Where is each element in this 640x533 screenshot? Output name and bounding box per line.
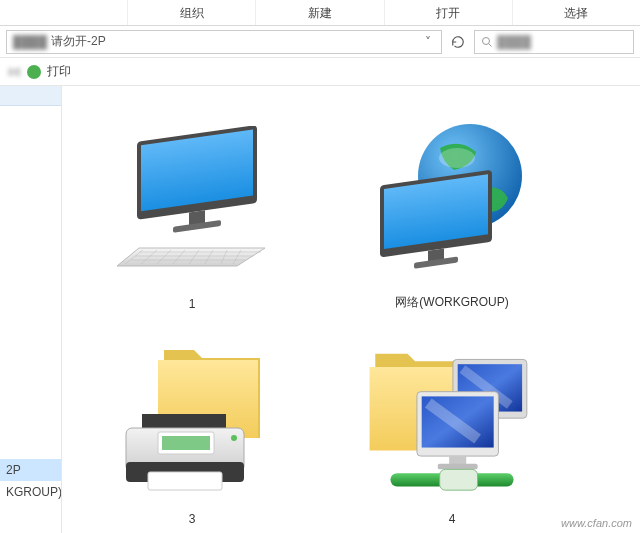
- network-globe-icon: [362, 118, 542, 288]
- ribbon-tabs: 组织 新建 打开 选择: [0, 0, 640, 26]
- search-input[interactable]: ████: [474, 30, 634, 54]
- address-dropdown-icon[interactable]: ˅: [421, 35, 435, 49]
- address-fragment: ████: [13, 35, 47, 49]
- item-computer[interactable]: 1: [62, 96, 322, 311]
- svg-rect-38: [440, 469, 478, 490]
- ribbon-tab-select[interactable]: 选择: [513, 0, 640, 25]
- svg-line-1: [489, 43, 492, 46]
- content-pane: 1: [62, 86, 640, 533]
- sidebar-pad: [0, 503, 61, 533]
- search-icon: [481, 36, 493, 48]
- item-label: 4: [449, 512, 456, 526]
- item-printer[interactable]: 3: [62, 311, 322, 526]
- sidebar-spacer: [0, 106, 61, 459]
- sidebar: 2P KGROUP): [0, 86, 62, 533]
- item-label: 网络(WORKGROUP): [395, 294, 508, 311]
- toolbar: int 打印: [0, 58, 640, 86]
- ribbon-tab-open[interactable]: 打开: [385, 0, 513, 25]
- svg-marker-6: [117, 248, 265, 266]
- ribbon-tab-0[interactable]: [0, 0, 128, 25]
- print-button[interactable]: 打印: [47, 63, 71, 80]
- address-bar: ████ 请勿开-2P ˅ ████: [0, 26, 640, 58]
- item-folder-network[interactable]: 4: [322, 311, 582, 526]
- svg-point-30: [231, 435, 237, 441]
- sidebar-item-kgroup[interactable]: KGROUP): [0, 481, 61, 503]
- refresh-button[interactable]: [448, 32, 468, 52]
- address-box[interactable]: ████ 请勿开-2P ˅: [6, 30, 442, 54]
- sidebar-item-2p[interactable]: 2P: [0, 459, 61, 481]
- svg-rect-28: [162, 436, 210, 450]
- ribbon-tab-organize[interactable]: 组织: [128, 0, 256, 25]
- toolbar-left-text: int: [8, 65, 21, 79]
- icon-grid: 1: [62, 96, 640, 526]
- item-label: 1: [189, 297, 196, 311]
- svg-rect-36: [438, 463, 478, 469]
- body-area: 2P KGROUP): [0, 86, 640, 533]
- computer-icon: [102, 121, 282, 291]
- ribbon-tab-new[interactable]: 新建: [256, 0, 384, 25]
- refresh-icon: [451, 35, 465, 49]
- svg-point-19: [439, 148, 475, 168]
- print-icon: [27, 65, 41, 79]
- address-text: 请勿开-2P: [51, 33, 106, 50]
- item-label: 3: [189, 512, 196, 526]
- sidebar-top-item[interactable]: [0, 86, 61, 106]
- folder-network-icon: [362, 336, 542, 506]
- search-placeholder: ████: [497, 35, 531, 49]
- item-network[interactable]: 网络(WORKGROUP): [322, 96, 582, 311]
- svg-point-0: [483, 37, 490, 44]
- svg-rect-29: [148, 472, 222, 490]
- printer-folder-icon: [102, 336, 282, 506]
